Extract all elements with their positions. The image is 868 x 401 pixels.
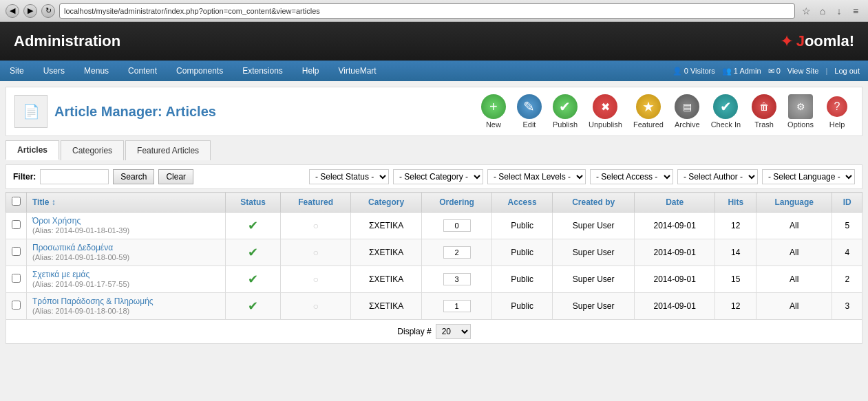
row-checkbox[interactable]: [12, 247, 21, 256]
forward-button[interactable]: ▶: [23, 4, 37, 18]
unpublish-icon: ✖: [593, 94, 617, 119]
ordering-input[interactable]: [443, 300, 471, 312]
tab-categories[interactable]: Categories: [61, 140, 124, 160]
ordering-input[interactable]: [443, 246, 471, 259]
col-hits[interactable]: Hits: [715, 193, 756, 213]
article-title-link[interactable]: Όροι Χρήσης: [32, 216, 81, 226]
row-category: ΣΧΕΤΙΚΑ: [350, 266, 422, 293]
search-button[interactable]: Search: [113, 169, 154, 184]
page-title: Article Manager: Articles: [54, 104, 216, 120]
row-hits: 12: [715, 213, 756, 239]
published-icon: ✔: [248, 246, 258, 259]
row-ordering: [422, 293, 491, 320]
article-title-link[interactable]: Προσωπικά Δεδομένα: [32, 243, 113, 252]
address-bar[interactable]: [59, 3, 795, 19]
joomla-logo-text: Joomla!: [796, 32, 854, 50]
trash-icon: 🗑: [752, 94, 776, 119]
nav-menu: Site Users Menus Content Components Exte…: [0, 61, 386, 81]
clear-button[interactable]: Clear: [158, 169, 193, 184]
new-button[interactable]: + New: [477, 93, 510, 130]
ordering-input[interactable]: [443, 273, 471, 285]
home-icon[interactable]: ⌂: [816, 4, 829, 18]
col-title[interactable]: Title ↕: [27, 193, 226, 213]
row-created-by: Super User: [553, 239, 635, 266]
help-button[interactable]: ? Help: [821, 93, 854, 130]
ordering-input[interactable]: [443, 219, 471, 232]
row-checkbox-cell: [6, 293, 27, 320]
col-ordering[interactable]: Ordering: [422, 193, 491, 213]
status-select[interactable]: - Select Status -: [309, 169, 389, 184]
col-date[interactable]: Date: [634, 193, 715, 213]
col-category[interactable]: Category: [350, 193, 422, 213]
nav-extensions[interactable]: Extensions: [233, 61, 293, 81]
archive-button[interactable]: ▤ Archive: [670, 93, 704, 130]
row-title-cell: Προσωπικά Δεδομένα (Alias: 2014-09-01-18…: [27, 239, 226, 266]
display-select[interactable]: 20 50 100: [436, 324, 471, 339]
checkin-label: Check In: [711, 120, 741, 129]
nav-menus[interactable]: Menus: [74, 61, 118, 81]
nav-help[interactable]: Help: [293, 61, 329, 81]
table-row: Προσωπικά Δεδομένα (Alias: 2014-09-01-18…: [6, 239, 862, 266]
row-access: Public: [491, 213, 553, 239]
row-title-cell: Τρόποι Παράδοσης & Πληρωμής (Alias: 2014…: [27, 293, 226, 320]
row-checkbox[interactable]: [12, 220, 21, 229]
row-language: All: [756, 293, 832, 320]
featured-button[interactable]: ★ Featured: [629, 93, 668, 130]
publish-button[interactable]: ✔ Publish: [549, 93, 582, 130]
display-label: Display #: [397, 327, 431, 336]
options-button[interactable]: ⚙ Options: [783, 93, 818, 130]
admin-count: 👥 1 Admin: [722, 67, 761, 76]
bookmark-icon[interactable]: ☆: [799, 4, 813, 18]
nav-site[interactable]: Site: [0, 61, 34, 81]
logout-link[interactable]: Log out: [834, 61, 860, 81]
trash-button[interactable]: 🗑 Trash: [748, 93, 781, 130]
menu-icon[interactable]: ≡: [849, 4, 862, 18]
featured-circle-icon: ○: [313, 274, 318, 285]
browser-chrome: ◀ ▶ ↻ ☆ ⌂ ↓ ≡: [0, 0, 868, 22]
maxlevels-select[interactable]: - Select Max Levels -: [487, 169, 586, 184]
filter-input[interactable]: [40, 169, 109, 184]
edit-icon: ✎: [517, 94, 542, 119]
unpublish-button[interactable]: ✖ Unpublish: [584, 93, 626, 130]
access-select[interactable]: - Select Access -: [590, 169, 673, 184]
row-category: ΣΧΕΤΙΚΑ: [350, 213, 422, 239]
col-access[interactable]: Access: [491, 193, 553, 213]
reload-button[interactable]: ↻: [41, 4, 55, 18]
messages-count: ✉ 0: [768, 67, 781, 76]
tab-featured-articles[interactable]: Featured Articles: [125, 140, 211, 160]
row-status: ✔: [225, 239, 281, 266]
select-all-checkbox[interactable]: [12, 197, 21, 206]
featured-icon: ★: [636, 94, 661, 119]
col-status[interactable]: Status: [225, 193, 281, 213]
col-language[interactable]: Language: [756, 193, 832, 213]
visitors-count: 👤 0 Visitors: [673, 67, 715, 76]
col-id[interactable]: ID: [832, 193, 862, 213]
nav-right: 👤 0 Visitors 👥 1 Admin ✉ 0 View Site | L…: [673, 61, 868, 81]
nav-components[interactable]: Components: [167, 61, 233, 81]
back-button[interactable]: ◀: [6, 4, 19, 18]
checkin-button[interactable]: ✔ Check In: [707, 93, 745, 130]
author-select[interactable]: - Select Author -: [677, 169, 758, 184]
col-created-by[interactable]: Created by: [553, 193, 635, 213]
article-title-link[interactable]: Σχετικά με εμάς: [32, 270, 89, 279]
tab-articles[interactable]: Articles: [6, 140, 59, 160]
edit-button[interactable]: ✎ Edit: [513, 93, 546, 130]
nav-content[interactable]: Content: [118, 61, 167, 81]
nav-users[interactable]: Users: [34, 61, 74, 81]
row-checkbox[interactable]: [12, 301, 21, 310]
col-featured[interactable]: Featured: [281, 193, 351, 213]
view-site-link[interactable]: View Site: [787, 61, 819, 81]
article-alias: (Alias: 2014-09-01-18-00-59): [32, 253, 129, 261]
nav-virtuemart[interactable]: VirtueMart: [329, 61, 386, 81]
row-ordering: [422, 266, 491, 293]
row-checkbox[interactable]: [12, 274, 21, 283]
display-row: Display # 20 50 100: [6, 320, 862, 344]
row-id: 3: [832, 293, 862, 320]
joomla-logo: ✦ Joomla!: [780, 32, 854, 51]
category-select[interactable]: - Select Category -: [393, 169, 483, 184]
article-title-link[interactable]: Τρόποι Παράδοσης & Πληρωμής: [32, 296, 154, 306]
language-select[interactable]: - Select Language -: [762, 169, 855, 184]
row-title-cell: Όροι Χρήσης (Alias: 2014-09-01-18-01-39): [27, 213, 226, 239]
download-icon[interactable]: ↓: [832, 4, 846, 18]
content-area: 📄 Article Manager: Articles + New ✎ Edit…: [0, 81, 868, 349]
